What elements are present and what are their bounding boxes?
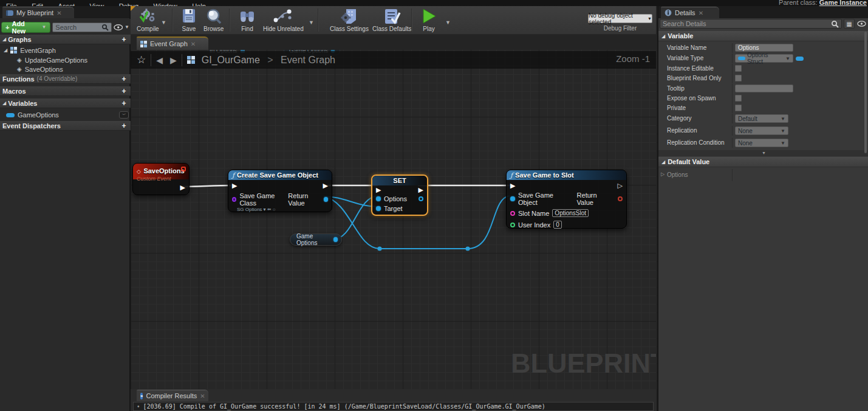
- node-game-options-getter[interactable]: Game Options: [290, 233, 342, 246]
- close-icon[interactable]: ✕: [200, 393, 205, 399]
- expand-arrow-icon[interactable]: ▷: [661, 171, 665, 177]
- variable-visibility-toggle[interactable]: ︶: [119, 111, 129, 119]
- close-icon[interactable]: ✕: [699, 10, 703, 16]
- add-new-button[interactable]: + Add New ▼: [1, 22, 50, 33]
- int-input-pin[interactable]: [510, 223, 515, 227]
- class-settings-button[interactable]: Class Settings: [330, 8, 369, 32]
- variable-section-header[interactable]: ◢ Variable: [658, 31, 868, 41]
- tooltip-input[interactable]: [735, 85, 793, 92]
- visibility-filter-eye-icon[interactable]: [114, 24, 123, 30]
- variable-type-dropdown[interactable]: Options Struct ▼: [735, 54, 793, 63]
- menu-debug[interactable]: Debug: [113, 2, 145, 6]
- class-picker-dropdown[interactable]: SG Options ▾ ⬅ ○: [237, 207, 332, 212]
- menu-view[interactable]: View: [84, 2, 111, 6]
- event-dispatchers-section-header[interactable]: Event Dispatchers +: [0, 121, 131, 131]
- bool-output-pin[interactable]: [618, 196, 623, 201]
- target-input-pin[interactable]: [376, 206, 381, 211]
- details-scrollbar[interactable]: [864, 32, 867, 153]
- event-graph-canvas[interactable]: In Options Game Options ☆ ◀ ▶ GI_OurGame…: [131, 49, 656, 389]
- class-defaults-button[interactable]: Class Defaults: [372, 8, 411, 32]
- exec-input-pin[interactable]: ▶: [376, 187, 381, 193]
- functions-section-header[interactable]: Functions (4 Overridable) +: [0, 74, 131, 84]
- compile-options-chevron-icon[interactable]: ▼: [161, 19, 166, 26]
- menu-file[interactable]: File: [0, 2, 23, 6]
- play-options-chevron-icon[interactable]: ▼: [445, 19, 451, 26]
- debug-object-dropdown[interactable]: No debug object selected ▼: [588, 14, 652, 23]
- blueprint-search-input[interactable]: Search: [52, 22, 111, 32]
- default-value-section-header[interactable]: ◢ Default Value: [658, 157, 868, 167]
- add-graph-button[interactable]: +: [120, 35, 128, 44]
- menu-edit[interactable]: Edit: [26, 2, 49, 6]
- class-pin[interactable]: [232, 197, 236, 202]
- breadcrumb-asset[interactable]: GI_OurGame: [202, 55, 260, 65]
- browse-to-icon[interactable]: ○: [273, 207, 276, 212]
- use-selected-icon[interactable]: ⬅: [267, 207, 272, 212]
- category-dropdown[interactable]: Default ▼: [735, 114, 788, 123]
- sidebar-item-gameoptions-variable[interactable]: GameOptions ︶: [0, 109, 131, 120]
- tab-event-graph[interactable]: Event Graph ✕: [137, 36, 208, 50]
- details-search-input[interactable]: Search Details: [660, 19, 842, 29]
- expose-on-spawn-checkbox[interactable]: [735, 95, 742, 102]
- compiler-log[interactable]: • [2036.69] Compile of GI_OurGame succes…: [133, 402, 654, 411]
- sidebar-item-saveoptions[interactable]: ◈ SaveOptions: [0, 64, 131, 74]
- add-event-dispatcher-button[interactable]: +: [120, 122, 128, 130]
- node-set-options[interactable]: SET ▶ ▶ Options Target: [371, 174, 428, 216]
- exec-output-pin[interactable]: ▶: [419, 187, 423, 193]
- breadcrumb-page[interactable]: Event Graph: [281, 55, 335, 65]
- exec-output-pin[interactable]: ▶: [180, 184, 185, 190]
- browse-button[interactable]: Browse: [203, 8, 224, 32]
- sidebar-item-eventgraph[interactable]: ◢ EventGraph: [0, 46, 131, 55]
- slot-name-input[interactable]: OptionsSlot: [552, 209, 589, 217]
- menu-asset[interactable]: Asset: [52, 2, 81, 6]
- sidebar-item-updategameoptions[interactable]: ◈ UpdateGameOptions: [0, 55, 131, 64]
- node-saveoptions-event[interactable]: ◇ SaveOptions Custom Event ▶: [132, 163, 190, 195]
- private-checkbox[interactable]: [735, 105, 742, 111]
- instance-editable-checkbox[interactable]: [735, 65, 742, 72]
- blueprint-read-only-checkbox[interactable]: [735, 75, 742, 81]
- collapse-arrow-icon[interactable]: ◢: [4, 47, 7, 53]
- play-button[interactable]: Play: [421, 8, 437, 32]
- struct-output-pin[interactable]: [419, 196, 423, 201]
- exec-input-pin[interactable]: ▶: [510, 182, 515, 188]
- menu-window[interactable]: Window: [148, 2, 183, 6]
- exec-output-pin[interactable]: ▷: [618, 182, 623, 188]
- graphs-section-header[interactable]: ◢ Graphs +: [0, 35, 131, 44]
- object-input-pin[interactable]: [510, 196, 515, 201]
- node-save-game-to-slot[interactable]: ƒ Save Game to Slot ▶ ▷ Save Game Object…: [506, 170, 627, 229]
- string-input-pin[interactable]: [510, 211, 515, 216]
- replication-dropdown[interactable]: None ▼: [735, 126, 788, 135]
- row-default-value-options[interactable]: ▷ Options: [658, 169, 868, 181]
- advanced-expander[interactable]: ▼: [658, 150, 868, 156]
- add-function-button[interactable]: +: [120, 75, 128, 83]
- add-macro-button[interactable]: +: [120, 87, 128, 95]
- object-output-pin[interactable]: [324, 197, 328, 202]
- nav-forward-icon[interactable]: ▶: [170, 55, 177, 65]
- user-index-input[interactable]: 0: [553, 221, 562, 229]
- property-matrix-icon[interactable]: ▦: [844, 19, 855, 29]
- compile-button[interactable]: Compile: [137, 8, 159, 32]
- variable-name-input[interactable]: Options: [735, 44, 793, 52]
- tab-my-blueprint[interactable]: My Blueprint ✕: [2, 7, 74, 18]
- reroute-node[interactable]: [465, 246, 470, 250]
- hide-unrelated-button[interactable]: Hide Unrelated: [263, 8, 304, 32]
- save-button[interactable]: Save: [181, 8, 197, 32]
- container-type-icon[interactable]: [796, 57, 804, 61]
- macros-section-header[interactable]: Macros +: [0, 86, 131, 96]
- menu-help[interactable]: Help: [186, 2, 212, 6]
- nav-back-icon[interactable]: ◀: [156, 55, 163, 65]
- chevron-down-icon[interactable]: ▼: [125, 24, 129, 30]
- tab-details[interactable]: Details ✕: [661, 7, 719, 18]
- reroute-node[interactable]: [377, 246, 381, 250]
- tab-compiler-results[interactable]: » Compiler Results ✕: [137, 390, 208, 401]
- close-icon[interactable]: ✕: [191, 41, 196, 47]
- replication-condition-dropdown[interactable]: None ▼: [735, 139, 788, 147]
- struct-input-pin[interactable]: [376, 196, 381, 201]
- favorite-star-icon[interactable]: ☆: [137, 54, 146, 66]
- node-create-save-game-object[interactable]: ƒ Create Save Game Object ▶ ▶ Save Game …: [228, 170, 332, 212]
- add-variable-button[interactable]: +: [120, 99, 128, 108]
- close-icon[interactable]: ✕: [56, 10, 61, 16]
- find-button[interactable]: Find: [239, 8, 256, 32]
- exec-input-pin[interactable]: ▶: [232, 182, 237, 188]
- variables-section-header[interactable]: ◢ Variables +: [0, 98, 131, 108]
- hide-unrelated-chevron-icon[interactable]: ▼: [309, 19, 314, 26]
